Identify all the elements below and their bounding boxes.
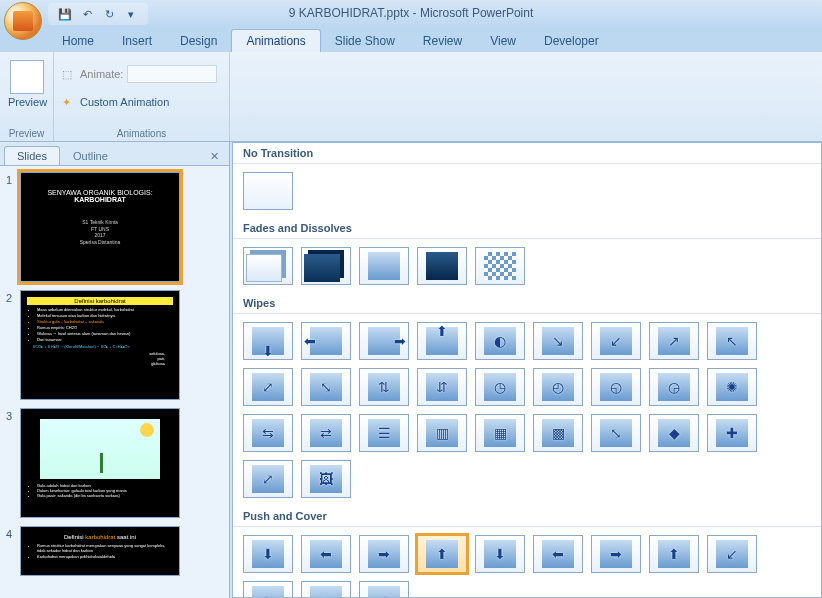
slide-3-image (40, 419, 160, 479)
slide-thumb-2[interactable]: Definisi karbohidrat Masa sebelum ditemu… (20, 290, 180, 400)
transition-dissolve[interactable] (475, 247, 525, 285)
transition-cover-ld[interactable]: ↙ (707, 535, 757, 573)
transition-gallery[interactable]: No Transition Fades and Dissolves Wipes … (232, 142, 822, 598)
office-button[interactable] (4, 2, 42, 40)
undo-icon[interactable]: ↶ (78, 5, 96, 23)
transition-comb-h[interactable]: ⤡ (591, 414, 641, 452)
transition-blinds-h[interactable]: ☰ (359, 414, 409, 452)
tab-developer[interactable]: Developer (530, 30, 613, 52)
quick-access-toolbar: 💾 ↶ ↻ ▾ (48, 3, 148, 25)
gallery-category: Fades and Dissolves (233, 218, 821, 239)
transition-checker-a[interactable]: ▦ (475, 414, 525, 452)
preview-button[interactable]: Preview (8, 96, 45, 108)
slide-thumb-1[interactable]: SENYAWA ORGANIK BIOLOGIS:KARBOHIDRAT S1 … (20, 172, 180, 282)
transition-push-left[interactable]: ⬅ (301, 535, 351, 573)
ribbon: Preview Preview ⬚ Animate: ✦ Custom Anim… (0, 52, 822, 142)
group-label-animations: Animations (54, 128, 229, 139)
preview-icon[interactable] (10, 60, 44, 94)
transition-uncover[interactable]: ↙ (591, 322, 641, 360)
window-title: 9 KARBOHIDRAT.pptx - Microsoft PowerPoin… (289, 6, 534, 20)
transition-wheel1[interactable]: ◷ (475, 368, 525, 406)
slide-thumb-3[interactable]: Gula adalah hidrat dari karbon Dalam kes… (20, 408, 180, 518)
animate-row: ⬚ Animate: (62, 60, 221, 88)
transition-wedge[interactable]: ◐ (475, 322, 525, 360)
transition-box[interactable]: ⤢ (243, 368, 293, 406)
transition-wipe[interactable]: ⬇ (243, 322, 293, 360)
tab-home[interactable]: Home (48, 30, 108, 52)
slide-number: 4 (6, 526, 20, 576)
slide-2-bullets: Masa sebelum ditemukan struktur molekul,… (27, 307, 173, 342)
tab-outline[interactable]: Outline (60, 146, 121, 165)
transition-cover-lu[interactable]: ↖ (243, 581, 293, 598)
slide-number: 3 (6, 408, 20, 518)
tab-view[interactable]: View (476, 30, 530, 52)
custom-animation-label: Custom Animation (80, 96, 169, 108)
ribbon-tabs: Home Insert Design Animations Slide Show… (0, 28, 822, 52)
gallery-category: No Transition (233, 143, 821, 164)
transition-cover-ru[interactable]: ↗ (359, 581, 409, 598)
transition-checker-d[interactable]: ▩ (533, 414, 583, 452)
tab-design[interactable]: Design (166, 30, 231, 52)
transition-uncover[interactable]: ↗ (649, 322, 699, 360)
transition-none[interactable] (243, 172, 293, 210)
close-panel-icon[interactable]: ✕ (206, 148, 223, 165)
transition-wheel3[interactable]: ◵ (591, 368, 641, 406)
transition-cover-rd[interactable]: ↘ (301, 581, 351, 598)
transition-push-up[interactable]: ⬆ (417, 535, 467, 573)
animate-select[interactable] (127, 65, 217, 83)
transition-wipe[interactable]: ➡ (359, 322, 409, 360)
transition-wheel4[interactable]: ◶ (649, 368, 699, 406)
transition-plus[interactable]: ✚ (707, 414, 757, 452)
custom-animation-icon: ✦ (62, 96, 76, 109)
transition-box-in[interactable]: ⤡ (301, 368, 351, 406)
transition-push-down[interactable]: ⬇ (243, 535, 293, 573)
transition-wheel2[interactable]: ◴ (533, 368, 583, 406)
transition-wheel8[interactable]: ✺ (707, 368, 757, 406)
transition-split-v[interactable]: ⇆ (243, 414, 293, 452)
transition-newsflash[interactable]: 🖼 (301, 460, 351, 498)
tab-slides[interactable]: Slides (4, 146, 60, 165)
slide-number: 1 (6, 172, 20, 282)
slide-3-bullets: Gula adalah hidrat dari karbon Dalam kes… (27, 483, 173, 498)
transition-split-h-in[interactable]: ⇵ (417, 368, 467, 406)
slide-4-bullets: Rumus struktur karbohidrat merupakan sen… (27, 543, 173, 559)
transition-split-v-in[interactable]: ⇄ (301, 414, 351, 452)
gallery-category: Wipes (233, 293, 821, 314)
transition-comb-v[interactable]: ◆ (649, 414, 699, 452)
tab-animations[interactable]: Animations (231, 29, 320, 52)
slide-thumbnails: 1 SENYAWA ORGANIK BIOLOGIS:KARBOHIDRAT S… (0, 166, 229, 598)
transition-uncover[interactable]: ↖ (707, 322, 757, 360)
gallery-category: Push and Cover (233, 506, 821, 527)
group-label-preview: Preview (0, 128, 53, 139)
transition-cover-down[interactable]: ⬇ (475, 535, 525, 573)
transition-cover-up[interactable]: ⬆ (649, 535, 699, 573)
tab-insert[interactable]: Insert (108, 30, 166, 52)
animate-icon: ⬚ (62, 68, 76, 81)
transition-cut-black[interactable] (417, 247, 467, 285)
transition-uncover[interactable]: ↘ (533, 322, 583, 360)
save-icon[interactable]: 💾 (56, 5, 74, 23)
transition-blinds-v[interactable]: ▥ (417, 414, 467, 452)
slide-thumb-4[interactable]: Definisi karbohidrat saat ini Rumus stru… (20, 526, 180, 576)
tab-review[interactable]: Review (409, 30, 476, 52)
transition-split-h[interactable]: ⇅ (359, 368, 409, 406)
transition-fade[interactable] (243, 247, 293, 285)
transition-cut[interactable] (359, 247, 409, 285)
slide-panel: Slides Outline ✕ 1 SENYAWA ORGANIK BIOLO… (0, 142, 230, 598)
transition-wipe[interactable]: ⬆ (417, 322, 467, 360)
transition-wipe[interactable]: ⬅ (301, 322, 351, 360)
transition-push-right[interactable]: ➡ (359, 535, 409, 573)
slide-number: 2 (6, 290, 20, 400)
custom-animation-button[interactable]: ✦ Custom Animation (62, 88, 221, 116)
transition-cover-left[interactable]: ⬅ (533, 535, 583, 573)
redo-icon[interactable]: ↻ (100, 5, 118, 23)
transition-cover-right[interactable]: ➡ (591, 535, 641, 573)
animate-label: Animate: (80, 68, 123, 80)
tab-slideshow[interactable]: Slide Show (321, 30, 409, 52)
transition-fade-black[interactable] (301, 247, 351, 285)
transition-random-bars[interactable]: ⤢ (243, 460, 293, 498)
qat-dropdown-icon[interactable]: ▾ (122, 5, 140, 23)
